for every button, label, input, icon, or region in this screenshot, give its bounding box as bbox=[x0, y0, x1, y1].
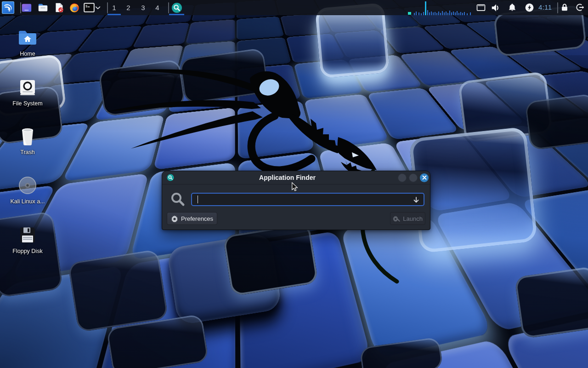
svg-text:$: $ bbox=[85, 5, 88, 8]
